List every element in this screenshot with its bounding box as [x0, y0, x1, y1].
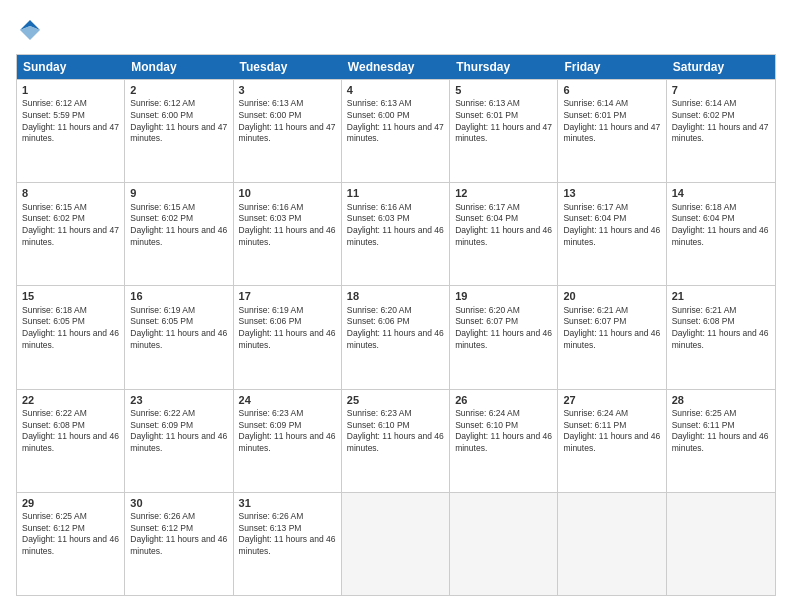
day-number: 10	[239, 186, 336, 200]
calendar-header: SundayMondayTuesdayWednesdayThursdayFrid…	[17, 55, 775, 79]
day-cell-12: 12 Sunrise: 6:17 AM Sunset: 6:04 PM Dayl…	[450, 183, 558, 285]
sunrise-info: Sunrise: 6:18 AM	[22, 305, 87, 315]
sunrise-info: Sunrise: 6:15 AM	[130, 202, 195, 212]
day-cell-23: 23 Sunrise: 6:22 AM Sunset: 6:09 PM Dayl…	[125, 390, 233, 492]
sunset-info: Sunset: 6:01 PM	[563, 110, 626, 120]
daylight-info: Daylight: 11 hours and 46 minutes.	[22, 328, 119, 350]
header	[16, 16, 776, 44]
day-number: 19	[455, 289, 552, 303]
sunset-info: Sunset: 6:01 PM	[455, 110, 518, 120]
day-number: 31	[239, 496, 336, 510]
week-row-5: 29 Sunrise: 6:25 AM Sunset: 6:12 PM Dayl…	[17, 492, 775, 595]
logo-icon	[16, 16, 44, 44]
day-number: 24	[239, 393, 336, 407]
day-cell-2: 2 Sunrise: 6:12 AM Sunset: 6:00 PM Dayli…	[125, 80, 233, 182]
sunset-info: Sunset: 5:59 PM	[22, 110, 85, 120]
daylight-info: Daylight: 11 hours and 46 minutes.	[239, 431, 336, 453]
sunrise-info: Sunrise: 6:12 AM	[130, 98, 195, 108]
daylight-info: Daylight: 11 hours and 46 minutes.	[347, 225, 444, 247]
daylight-info: Daylight: 11 hours and 46 minutes.	[347, 431, 444, 453]
sunset-info: Sunset: 6:04 PM	[455, 213, 518, 223]
day-cell-7: 7 Sunrise: 6:14 AM Sunset: 6:02 PM Dayli…	[667, 80, 775, 182]
daylight-info: Daylight: 11 hours and 46 minutes.	[239, 534, 336, 556]
sunrise-info: Sunrise: 6:25 AM	[672, 408, 737, 418]
sunrise-info: Sunrise: 6:13 AM	[239, 98, 304, 108]
day-cell-28: 28 Sunrise: 6:25 AM Sunset: 6:11 PM Dayl…	[667, 390, 775, 492]
sunset-info: Sunset: 6:00 PM	[130, 110, 193, 120]
day-number: 7	[672, 83, 770, 97]
week-row-3: 15 Sunrise: 6:18 AM Sunset: 6:05 PM Dayl…	[17, 285, 775, 388]
day-number: 11	[347, 186, 444, 200]
header-day-wednesday: Wednesday	[342, 55, 450, 79]
sunset-info: Sunset: 6:03 PM	[239, 213, 302, 223]
daylight-info: Daylight: 11 hours and 47 minutes.	[22, 122, 119, 144]
day-number: 23	[130, 393, 227, 407]
sunrise-info: Sunrise: 6:26 AM	[130, 511, 195, 521]
sunset-info: Sunset: 6:08 PM	[672, 316, 735, 326]
day-cell-29: 29 Sunrise: 6:25 AM Sunset: 6:12 PM Dayl…	[17, 493, 125, 595]
day-cell-3: 3 Sunrise: 6:13 AM Sunset: 6:00 PM Dayli…	[234, 80, 342, 182]
page: SundayMondayTuesdayWednesdayThursdayFrid…	[0, 0, 792, 612]
day-number: 9	[130, 186, 227, 200]
header-day-friday: Friday	[558, 55, 666, 79]
sunset-info: Sunset: 6:06 PM	[347, 316, 410, 326]
day-number: 18	[347, 289, 444, 303]
sunset-info: Sunset: 6:11 PM	[563, 420, 626, 430]
logo	[16, 16, 48, 44]
day-number: 16	[130, 289, 227, 303]
sunrise-info: Sunrise: 6:13 AM	[455, 98, 520, 108]
sunrise-info: Sunrise: 6:23 AM	[239, 408, 304, 418]
day-number: 3	[239, 83, 336, 97]
day-number: 8	[22, 186, 119, 200]
day-cell-16: 16 Sunrise: 6:19 AM Sunset: 6:05 PM Dayl…	[125, 286, 233, 388]
sunrise-info: Sunrise: 6:15 AM	[22, 202, 87, 212]
day-cell-21: 21 Sunrise: 6:21 AM Sunset: 6:08 PM Dayl…	[667, 286, 775, 388]
daylight-info: Daylight: 11 hours and 47 minutes.	[22, 225, 119, 247]
header-day-tuesday: Tuesday	[234, 55, 342, 79]
day-cell-4: 4 Sunrise: 6:13 AM Sunset: 6:00 PM Dayli…	[342, 80, 450, 182]
sunrise-info: Sunrise: 6:17 AM	[563, 202, 628, 212]
day-cell-13: 13 Sunrise: 6:17 AM Sunset: 6:04 PM Dayl…	[558, 183, 666, 285]
sunset-info: Sunset: 6:05 PM	[22, 316, 85, 326]
header-day-monday: Monday	[125, 55, 233, 79]
day-cell-10: 10 Sunrise: 6:16 AM Sunset: 6:03 PM Dayl…	[234, 183, 342, 285]
day-cell-24: 24 Sunrise: 6:23 AM Sunset: 6:09 PM Dayl…	[234, 390, 342, 492]
daylight-info: Daylight: 11 hours and 47 minutes.	[455, 122, 552, 144]
week-row-2: 8 Sunrise: 6:15 AM Sunset: 6:02 PM Dayli…	[17, 182, 775, 285]
sunset-info: Sunset: 6:04 PM	[563, 213, 626, 223]
sunrise-info: Sunrise: 6:18 AM	[672, 202, 737, 212]
day-number: 1	[22, 83, 119, 97]
sunset-info: Sunset: 6:02 PM	[130, 213, 193, 223]
sunrise-info: Sunrise: 6:26 AM	[239, 511, 304, 521]
daylight-info: Daylight: 11 hours and 46 minutes.	[672, 328, 769, 350]
daylight-info: Daylight: 11 hours and 46 minutes.	[455, 225, 552, 247]
daylight-info: Daylight: 11 hours and 46 minutes.	[455, 328, 552, 350]
sunrise-info: Sunrise: 6:19 AM	[130, 305, 195, 315]
day-number: 2	[130, 83, 227, 97]
sunrise-info: Sunrise: 6:24 AM	[563, 408, 628, 418]
daylight-info: Daylight: 11 hours and 46 minutes.	[672, 225, 769, 247]
sunrise-info: Sunrise: 6:22 AM	[22, 408, 87, 418]
sunset-info: Sunset: 6:09 PM	[239, 420, 302, 430]
daylight-info: Daylight: 11 hours and 46 minutes.	[130, 431, 227, 453]
daylight-info: Daylight: 11 hours and 46 minutes.	[130, 534, 227, 556]
day-cell-31: 31 Sunrise: 6:26 AM Sunset: 6:13 PM Dayl…	[234, 493, 342, 595]
calendar: SundayMondayTuesdayWednesdayThursdayFrid…	[16, 54, 776, 596]
day-cell-5: 5 Sunrise: 6:13 AM Sunset: 6:01 PM Dayli…	[450, 80, 558, 182]
sunset-info: Sunset: 6:00 PM	[239, 110, 302, 120]
sunset-info: Sunset: 6:02 PM	[22, 213, 85, 223]
daylight-info: Daylight: 11 hours and 46 minutes.	[455, 431, 552, 453]
daylight-info: Daylight: 11 hours and 46 minutes.	[563, 225, 660, 247]
sunrise-info: Sunrise: 6:13 AM	[347, 98, 412, 108]
sunrise-info: Sunrise: 6:20 AM	[455, 305, 520, 315]
daylight-info: Daylight: 11 hours and 47 minutes.	[347, 122, 444, 144]
sunrise-info: Sunrise: 6:21 AM	[563, 305, 628, 315]
day-cell-30: 30 Sunrise: 6:26 AM Sunset: 6:12 PM Dayl…	[125, 493, 233, 595]
sunset-info: Sunset: 6:05 PM	[130, 316, 193, 326]
day-number: 13	[563, 186, 660, 200]
sunrise-info: Sunrise: 6:16 AM	[239, 202, 304, 212]
sunset-info: Sunset: 6:12 PM	[22, 523, 85, 533]
day-cell-14: 14 Sunrise: 6:18 AM Sunset: 6:04 PM Dayl…	[667, 183, 775, 285]
day-number: 4	[347, 83, 444, 97]
week-row-4: 22 Sunrise: 6:22 AM Sunset: 6:08 PM Dayl…	[17, 389, 775, 492]
